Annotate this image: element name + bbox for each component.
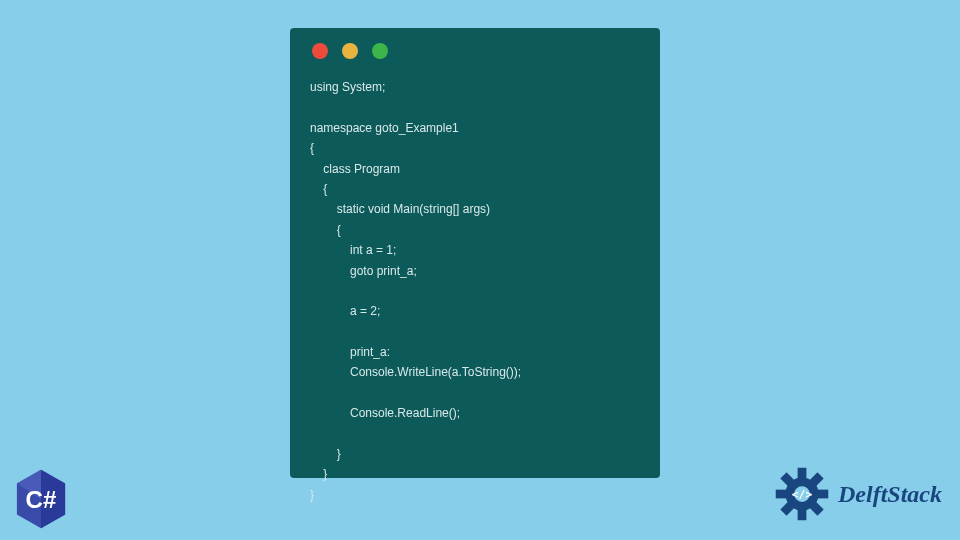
close-icon bbox=[312, 43, 328, 59]
svg-rect-6 bbox=[818, 490, 829, 499]
minimize-icon bbox=[342, 43, 358, 59]
code-line: { bbox=[310, 223, 341, 237]
csharp-text: C# bbox=[26, 486, 57, 513]
code-line: Console.WriteLine(a.ToString()); bbox=[310, 365, 521, 379]
svg-rect-8 bbox=[798, 510, 807, 521]
code-line: print_a: bbox=[310, 345, 390, 359]
maximize-icon bbox=[372, 43, 388, 59]
code-window: using System; namespace goto_Example1 { … bbox=[290, 28, 660, 478]
code-line: using System; bbox=[310, 80, 385, 94]
svg-rect-10 bbox=[776, 490, 787, 499]
code-line: } bbox=[310, 467, 327, 481]
code-line: static void Main(string[] args) bbox=[310, 202, 490, 216]
code-line: } bbox=[310, 447, 341, 461]
delftstack-text: DelftStack bbox=[838, 481, 942, 508]
svg-text:</>: </> bbox=[792, 487, 813, 501]
code-line: a = 2; bbox=[310, 304, 380, 318]
code-content: using System; namespace goto_Example1 { … bbox=[310, 77, 640, 505]
code-line: goto print_a; bbox=[310, 264, 417, 278]
csharp-logo-icon: C# bbox=[12, 468, 70, 530]
code-line: class Program bbox=[310, 162, 400, 176]
code-line: Console.ReadLine(); bbox=[310, 406, 460, 420]
code-line: { bbox=[310, 141, 314, 155]
code-line: { bbox=[310, 182, 327, 196]
delftstack-logo: </> DelftStack bbox=[774, 466, 942, 522]
svg-rect-4 bbox=[798, 468, 807, 479]
delftstack-gear-icon: </> bbox=[774, 466, 830, 522]
window-controls bbox=[310, 43, 640, 59]
code-line: namespace goto_Example1 bbox=[310, 121, 459, 135]
code-line: int a = 1; bbox=[310, 243, 396, 257]
code-line: } bbox=[310, 488, 314, 502]
